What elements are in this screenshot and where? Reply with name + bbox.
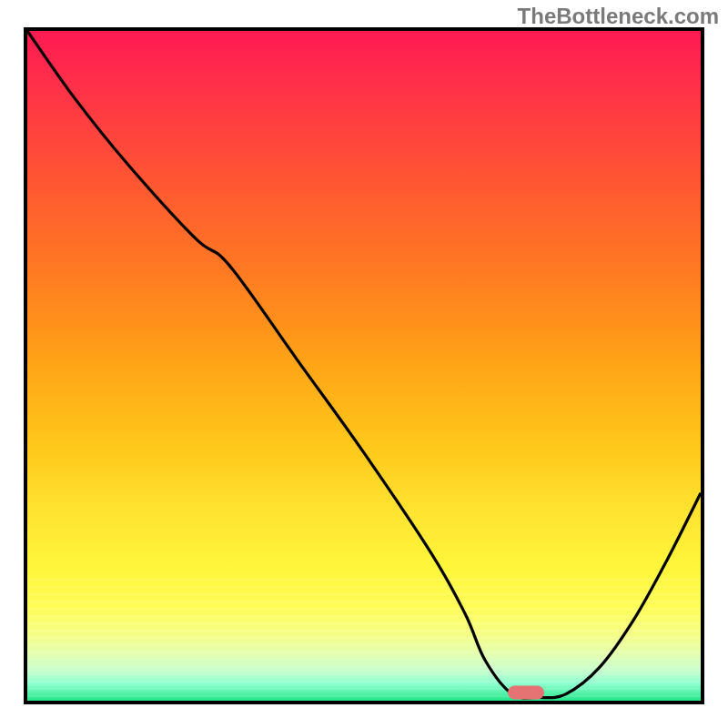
- bottleneck-curve: [27, 31, 701, 701]
- chart-container: TheBottleneck.com: [0, 0, 728, 728]
- plot-area: [24, 27, 704, 704]
- optimal-point-marker: [508, 686, 544, 700]
- watermark-text: TheBottleneck.com: [518, 4, 719, 29]
